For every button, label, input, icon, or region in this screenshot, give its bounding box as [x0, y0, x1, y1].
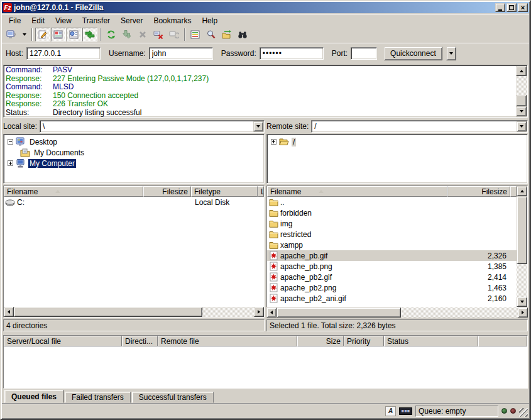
- scroll-left-button[interactable]: [4, 307, 14, 317]
- column-header-priority[interactable]: Priority: [344, 336, 384, 346]
- host-input[interactable]: [26, 47, 101, 60]
- reconnect-button[interactable]: [167, 28, 182, 41]
- port-input[interactable]: [351, 47, 377, 60]
- toggle-message-log-button[interactable]: [35, 28, 50, 41]
- find-files-button[interactable]: [235, 28, 250, 41]
- remote-file-row[interactable]: apache_pb.gif 2,326: [267, 250, 517, 261]
- remote-file-row[interactable]: ..: [267, 197, 517, 207]
- site-manager-button[interactable]: [4, 28, 19, 41]
- queue-body[interactable]: [4, 346, 527, 388]
- column-header-filename[interactable]: Filename: [267, 186, 447, 197]
- tree-item-label[interactable]: My Computer: [28, 159, 76, 168]
- scroll-up-button[interactable]: [516, 66, 527, 76]
- remote-tree[interactable]: /: [266, 134, 528, 184]
- menu-item-help[interactable]: Help: [197, 15, 222, 26]
- local-horizontal-scrollbar[interactable]: [4, 307, 264, 317]
- scroll-right-button[interactable]: [518, 307, 528, 318]
- quickconnect-button[interactable]: Quickconnect: [384, 47, 442, 60]
- remote-file-row[interactable]: forbidden: [267, 207, 517, 218]
- scroll-left-button[interactable]: [266, 307, 276, 318]
- tree-item-label[interactable]: Desktop: [28, 138, 58, 146]
- scroll-down-button[interactable]: [516, 106, 527, 116]
- directory-comparison-button[interactable]: [204, 28, 219, 41]
- close-button[interactable]: ×: [518, 3, 528, 12]
- local-tree[interactable]: Desktop My Documents My Computer: [3, 134, 265, 184]
- tree-item-my-computer[interactable]: My Computer: [5, 158, 263, 169]
- quickconnect-dropdown-button[interactable]: [446, 47, 456, 60]
- column-header-size[interactable]: Size: [297, 336, 344, 346]
- remote-file-row[interactable]: img: [267, 218, 517, 229]
- refresh-button[interactable]: [104, 28, 119, 41]
- log-scrollbar[interactable]: [516, 66, 527, 116]
- scrollbar-thumb[interactable]: [517, 196, 527, 264]
- tree-item-label[interactable]: /: [292, 138, 296, 146]
- column-header-filesize[interactable]: Filesize: [143, 186, 191, 197]
- cancel-operation-button[interactable]: [135, 28, 150, 41]
- toggle-local-tree-button[interactable]: [51, 28, 66, 41]
- transfer-type-indicator-icon[interactable]: A: [385, 406, 396, 416]
- menu-item-transfer[interactable]: Transfer: [77, 15, 115, 26]
- menu-item-server[interactable]: Server: [116, 15, 148, 26]
- remote-site-combo[interactable]: /: [311, 120, 528, 133]
- remote-file-row[interactable]: apache_pb2_ani.gif 2,160: [267, 293, 517, 304]
- scroll-down-button[interactable]: [517, 297, 527, 307]
- remote-file-row[interactable]: apache_pb.png 1,385: [267, 261, 517, 272]
- column-header-filetype[interactable]: Filetype: [191, 186, 258, 197]
- menu-item-file[interactable]: File: [4, 15, 26, 26]
- column-header-direction[interactable]: Directi...: [122, 336, 158, 346]
- remote-list-body[interactable]: .. forbidden img: [267, 197, 517, 307]
- tab-queued-files[interactable]: Queued files: [4, 390, 63, 403]
- expand-icon[interactable]: [8, 160, 13, 166]
- remote-file-row[interactable]: xampp: [267, 240, 517, 250]
- site-manager-dropdown-button[interactable]: [19, 28, 29, 41]
- tree-item-label[interactable]: My Documents: [33, 148, 85, 157]
- remote-vertical-scrollbar[interactable]: [517, 186, 527, 307]
- expand-icon[interactable]: [271, 139, 276, 145]
- remote-horizontal-scrollbar[interactable]: [266, 307, 528, 318]
- scrollbar-track[interactable]: [401, 307, 518, 318]
- column-header-server-local-file[interactable]: Server/Local file: [4, 336, 122, 346]
- resize-grip[interactable]: [519, 408, 528, 417]
- scrollbar-track[interactable]: [517, 264, 527, 297]
- scrollbar-track[interactable]: [516, 76, 527, 95]
- scrollbar-thumb[interactable]: [516, 95, 527, 106]
- scroll-right-button[interactable]: [254, 307, 264, 317]
- minimize-button[interactable]: [495, 3, 505, 12]
- scrollbar-thumb[interactable]: [276, 307, 401, 318]
- local-list-body[interactable]: C: Local Disk: [4, 197, 264, 307]
- collapse-icon[interactable]: [8, 139, 13, 145]
- process-queue-button[interactable]: [119, 28, 134, 41]
- menu-item-bookmarks[interactable]: Bookmarks: [148, 15, 196, 26]
- title-bar[interactable]: Fz john@127.0.0.1 - FileZilla ×: [2, 2, 529, 13]
- tab-failed-transfers[interactable]: Failed transfers: [65, 392, 131, 403]
- maximize-button[interactable]: [506, 3, 517, 12]
- menu-item-view[interactable]: View: [50, 15, 77, 26]
- scroll-up-button[interactable]: [517, 186, 527, 196]
- remote-file-row[interactable]: apache_pb2.gif 2,414: [267, 272, 517, 282]
- column-header-status[interactable]: Status: [384, 336, 478, 346]
- tree-item-root[interactable]: /: [268, 136, 526, 147]
- column-header-filename[interactable]: Filename: [4, 186, 143, 197]
- synchronized-browsing-button[interactable]: [219, 28, 234, 41]
- disconnect-button[interactable]: [151, 28, 166, 41]
- column-header-remote-file[interactable]: Remote file: [158, 336, 297, 346]
- remote-file-row[interactable]: restricted: [267, 229, 517, 240]
- tab-successful-transfers[interactable]: Successful transfers: [132, 392, 214, 403]
- remote-file-row[interactable]: apache_pb2.png 1,463: [267, 282, 517, 293]
- column-header-filesize[interactable]: Filesize: [447, 186, 510, 197]
- tree-item-desktop[interactable]: Desktop: [5, 136, 263, 147]
- local-file-row[interactable]: C: Local Disk: [4, 197, 264, 207]
- local-site-dropdown-button[interactable]: [253, 121, 263, 131]
- filter-button[interactable]: [188, 28, 203, 41]
- password-input[interactable]: [260, 47, 324, 60]
- scrollbar-thumb[interactable]: [14, 307, 202, 317]
- remote-site-dropdown-button[interactable]: [517, 121, 527, 131]
- menu-item-edit[interactable]: Edit: [26, 15, 50, 26]
- message-log[interactable]: Command:PASV Response:227 Entering Passi…: [3, 65, 528, 118]
- scrollbar-track[interactable]: [202, 307, 254, 317]
- column-header-lastmodified[interactable]: L: [258, 186, 264, 197]
- encryption-indicator-icon[interactable]: ■■■: [399, 407, 412, 415]
- toggle-transfer-queue-button[interactable]: [82, 28, 97, 41]
- local-site-combo[interactable]: \: [40, 120, 265, 133]
- tree-item-my-documents[interactable]: My Documents: [5, 147, 263, 158]
